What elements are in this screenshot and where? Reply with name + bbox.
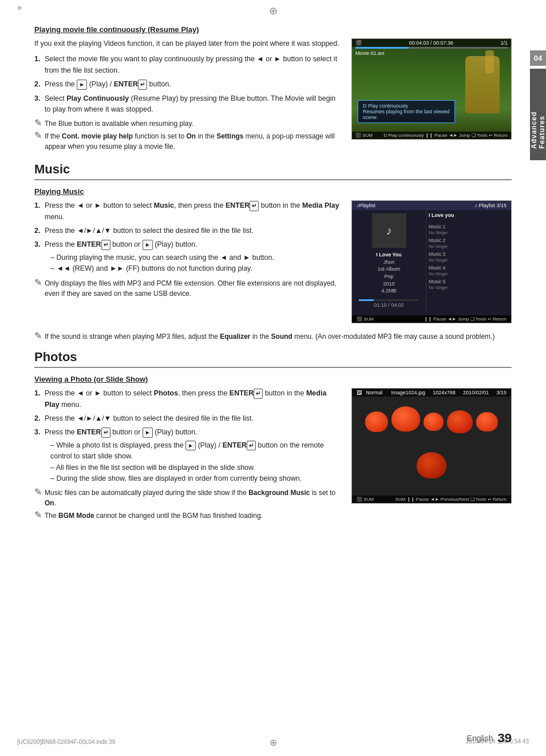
photos-sub-3: During the slide show, files are display…: [50, 473, 341, 484]
note-mp3-pcm: ✎ Only displays the files with MP3 and P…: [34, 278, 341, 299]
music-right-panel: I Love you Music 1No Singer Music 2No Si…: [426, 210, 511, 315]
playing-music-title: Playing Music: [34, 187, 512, 196]
music-item-3: Music 3No Singer: [429, 250, 509, 264]
overlay-line3: scene.: [363, 114, 450, 120]
photos-step-2-num: 2.: [34, 413, 45, 424]
photo-icon: 🖼: [357, 390, 362, 395]
video-counter: 1/1: [500, 40, 508, 46]
note-icon-3: ✎: [34, 277, 42, 288]
note-bgm: ✎ Music files can be automatically playe…: [34, 488, 341, 508]
music-top-bar: ♪ Playlist ♪ Playlist 3/15: [352, 201, 511, 210]
photos-step-1-text: Press the ◄ or ► button to select Photos…: [45, 388, 341, 410]
note-bgm-mode: ✎ The BGM Mode cannot be changed until t…: [34, 510, 341, 521]
video-bg-shape2: [485, 50, 494, 73]
video-overlay: D Play continuously Resumes playing from…: [358, 100, 455, 123]
photos-screen-mock: 🖼 Normal Image1024.jpg 1024x768 2010/02/…: [351, 388, 512, 504]
apple-3: [424, 413, 444, 431]
playing-movie-screen: 🎬 00:04:03 / 00:07:36 1/1 Movie 01.avi: [351, 38, 512, 154]
music-step-1: 1. Press the ◄ or ► button to select Mus…: [34, 200, 341, 223]
music-playlist-label: Playlist: [359, 203, 376, 208]
step-1-text: Select the movie file you want to play c…: [45, 54, 341, 76]
music-content-area: ♪ I Love You Jhon 1st Album Pop 2010 4.2…: [352, 210, 511, 315]
music-playlist-counter: ♪ Playlist 3/15: [474, 203, 507, 208]
music-divider: [34, 179, 512, 180]
music-section: Music Playing Music 1. Press the ◄ or ► …: [34, 162, 512, 342]
apple-1: [365, 411, 388, 432]
playing-movie-section: Playing movie file continuously (Resume …: [34, 25, 512, 154]
overlay-line2: Resumes playing from the last viewed: [363, 109, 450, 114]
photo-display: 🖼 Normal Image1024.jpg 1024x768 2010/02/…: [352, 389, 511, 503]
note-text-6: The BGM Mode cannot be changed until the…: [45, 510, 341, 521]
photo-top-bar: 🖼 Normal Image1024.jpg 1024x768 2010/02/…: [352, 389, 511, 397]
music-progress-fill: [359, 299, 374, 301]
apple-6: [417, 452, 446, 478]
playing-movie-title: Playing movie file continuously (Resume …: [34, 25, 512, 34]
music-step-3: 3. Press the ENTER↵ button or ► (Play) b…: [34, 239, 341, 274]
video-progress-fill: [355, 47, 409, 49]
overlay-line1: D Play continuously: [363, 103, 450, 109]
note-icon-2: ✎: [34, 130, 42, 141]
music-track-size: 4.2MB: [355, 287, 422, 295]
music-item-1: Music 1No Singer: [429, 223, 509, 236]
video-filename-label: Movie 01.avi: [355, 50, 385, 56]
note-icon-1: ✎: [34, 117, 42, 128]
step-2-text: Press the ► (Play) / ENTER↵ button.: [45, 79, 341, 90]
note-icon-6: ✎: [34, 509, 42, 520]
step-2: 2. Press the ► (Play) / ENTER↵ button.: [34, 79, 341, 90]
video-icon: 🎬: [355, 40, 362, 46]
video-screen-mock: 🎬 00:04:03 / 00:07:36 1/1 Movie 01.avi: [351, 38, 512, 140]
music-controls: ❙❙ Pause ◄► Jump ❑ Tools ↩ Return: [424, 316, 507, 322]
apple-2: [391, 406, 420, 432]
music-sum: ⬛ SUM: [357, 316, 374, 322]
note-text-2: If the Cont. movie play help function is…: [45, 131, 341, 152]
music-sub-2: ◄◄ (REW) and ►► (FF) buttons do not func…: [50, 263, 341, 274]
music-step-2-text: Press the ◄/►/▲/▼ button to select the d…: [45, 225, 341, 236]
music-track-year: 2010: [355, 280, 422, 288]
note-text-3: Only displays the files with MP3 and PCM…: [45, 278, 341, 299]
photos-sub-2: All files in the file list section will …: [50, 462, 341, 473]
music-sub-1: During playing the music, you can search…: [50, 252, 341, 263]
step-3-num: 3.: [34, 93, 45, 116]
music-track-title: I Love You: [355, 251, 422, 259]
music-track-genre: Pop: [355, 273, 422, 280]
video-sum: ⬛ SUM: [355, 133, 373, 138]
music-item-4: Music 4No Singer: [429, 264, 509, 278]
music-time-display: 01:10 / 04:02: [355, 299, 422, 308]
photos-step-3-sub: While a photo list is displayed, press t…: [45, 440, 341, 485]
music-current-time: 01:10 / 04:02: [374, 302, 404, 308]
music-step-3-text: Press the ENTER↵ button or ► (Play) butt…: [45, 239, 341, 274]
playing-movie-intro: If you exit the playing Videos function,…: [34, 38, 341, 49]
photos-divider: [34, 367, 512, 368]
photos-sub-1: While a photo list is displayed, press t…: [50, 440, 341, 462]
photo-image-content: [352, 397, 511, 492]
music-step-2-num: 2.: [34, 225, 45, 236]
photo-controls: SUM ❙❙ Pause ◄► Previous/Next ❑ Tools ↩ …: [395, 497, 507, 502]
photos-step-3: 3. Press the ENTER↵ button or ► (Play) b…: [34, 427, 341, 484]
music-track-album: 1st Album: [355, 266, 422, 273]
photo-resolution: 1024x768: [433, 390, 456, 395]
note-icon-5: ✎: [34, 486, 42, 497]
music-track-info: I Love You Jhon 1st Album Pop 2010 4.2MB: [355, 251, 422, 295]
photos-title: Photos: [34, 350, 512, 365]
bottom-compass-icon: ⊕: [270, 737, 277, 748]
video-bottom-bar: ⬛ SUM D Play continuously ❙❙ Pause ◄► Ju…: [352, 132, 511, 139]
english-label: English: [467, 734, 493, 743]
music-step-3-sub: During playing the music, you can search…: [45, 252, 341, 275]
note-blue-button: ✎ The Blue button is available when resu…: [34, 118, 341, 129]
photos-step-3-text: Press the ENTER↵ button or ► (Play) butt…: [45, 427, 341, 484]
photos-step-2-text: Press the ◄/►/▲/▼ button to select the d…: [45, 413, 341, 424]
playing-movie-steps: 1. Select the movie file you want to pla…: [34, 54, 341, 115]
music-album-art: ♪: [372, 213, 406, 248]
music-item-4-sub: No Singer: [429, 271, 448, 276]
note-cont-play: ✎ If the Cont. movie play help function …: [34, 131, 341, 152]
music-screen-col: ♪ Playlist ♪ Playlist 3/15 ♪ I Love You …: [351, 200, 512, 323]
music-step-1-text: Press the ◄ or ► button to select Music,…: [45, 200, 341, 223]
music-step-2: 2. Press the ◄/►/▲/▼ button to select th…: [34, 225, 341, 236]
music-playlist-title: I Love you: [429, 212, 509, 218]
note-equalizer: ✎ If the sound is strange when playing M…: [34, 331, 512, 342]
photo-mode: Normal: [366, 390, 382, 395]
photo-sum: ⬛ SUM: [357, 497, 374, 502]
music-item-5-sub: No Singer: [429, 285, 448, 290]
music-display: ♪ Playlist ♪ Playlist 3/15 ♪ I Love You …: [352, 201, 511, 315]
photo-date: 2010/02/01: [463, 390, 489, 395]
